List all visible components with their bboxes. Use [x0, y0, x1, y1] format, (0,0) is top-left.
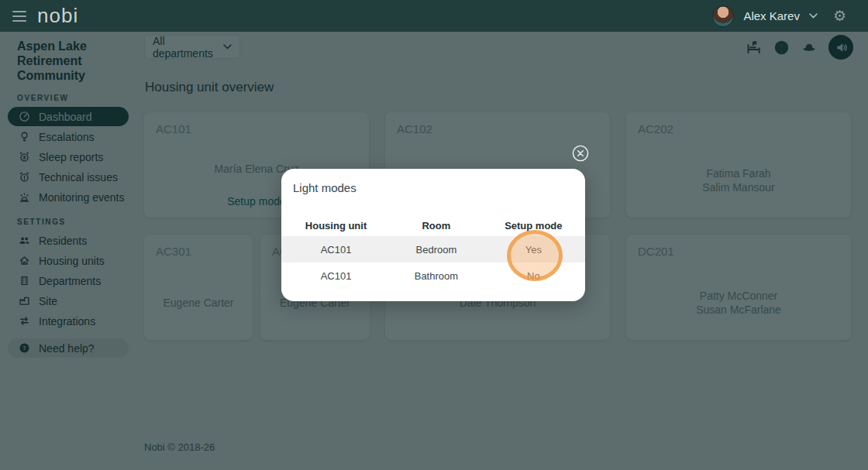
cell-housing-unit: AC101	[281, 262, 391, 289]
column-header-setup-mode: Setup mode	[482, 214, 585, 236]
cell-setup-mode: No	[482, 262, 585, 289]
table-row: AC101 Bedroom Yes	[281, 236, 585, 262]
column-header-room: Room	[391, 214, 482, 236]
gear-icon[interactable]: ⚙	[833, 7, 846, 25]
chevron-down-icon[interactable]	[809, 13, 818, 19]
cell-setup-mode: Yes	[482, 236, 585, 262]
table-header-row: Housing unit Room Setup mode	[281, 214, 585, 236]
cell-room: Bathroom	[391, 262, 482, 289]
avatar[interactable]	[712, 5, 734, 27]
column-header-housing-unit: Housing unit	[281, 214, 391, 236]
cell-housing-unit: AC101	[281, 236, 391, 262]
hamburger-menu-icon[interactable]	[12, 11, 26, 22]
dialog-title: Light modes	[281, 169, 585, 194]
topbar: nobi Alex Karev ⚙	[0, 0, 868, 32]
nobi-logo: nobi	[37, 4, 78, 28]
close-icon[interactable]	[572, 145, 589, 162]
topbar-user-area: Alex Karev ⚙	[712, 5, 846, 27]
light-modes-table: Housing unit Room Setup mode AC101 Bedro…	[281, 214, 585, 289]
table-row: AC101 Bathroom No	[281, 262, 585, 289]
light-modes-dialog: Light modes Housing unit Room Setup mode…	[281, 169, 585, 301]
user-name[interactable]: Alex Karev	[743, 9, 800, 22]
cell-room: Bedroom	[391, 236, 482, 262]
